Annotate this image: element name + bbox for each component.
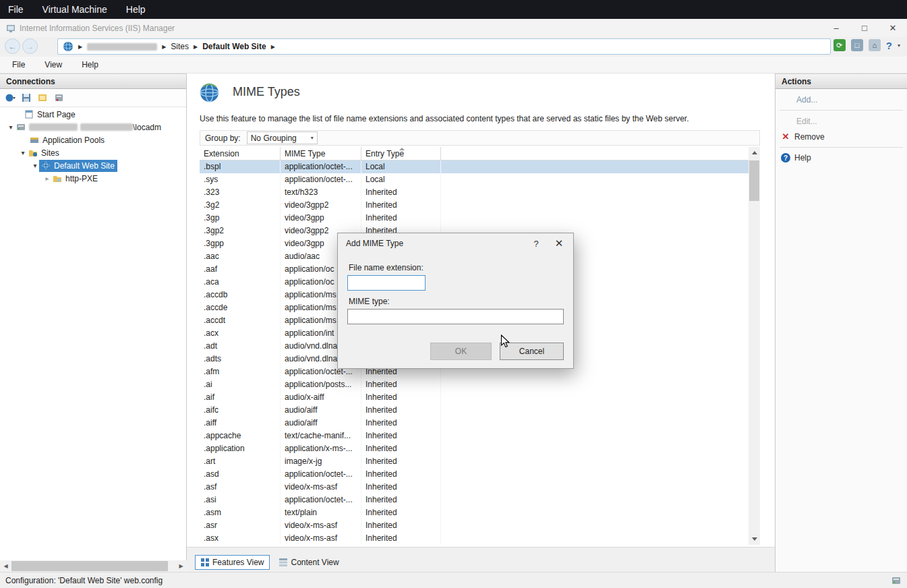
table-row[interactable]: .asdapplication/octet-...Inherited [200,468,749,481]
tab-content-view[interactable]: Content View [274,555,344,570]
column-header-mime-type[interactable]: MIME Type [281,147,361,160]
status-bar: Configuration: 'Default Web Site' web.co… [0,572,907,588]
horizontal-scrollbar[interactable]: ◀ ▶ [0,560,187,572]
table-cell-entry: Inherited [361,430,441,442]
window-title: Internet Information Services (IIS) Mana… [20,24,175,33]
table-cell-entry: Inherited [361,494,441,506]
column-header-extension[interactable]: Extension [200,147,281,160]
dialog-close-icon[interactable]: ✕ [549,233,569,254]
table-row[interactable]: .asmtext/plainInherited [200,506,749,519]
table-cell-ext: .accdb [200,289,281,301]
vm-menu-virtual-machine[interactable]: Virtual Machine [42,4,107,15]
table-row[interactable]: .aiffaudio/aiffInherited [200,417,749,430]
tree-item-sites[interactable]: ▾ Sites [0,146,186,159]
table-row[interactable]: .asxvideo/x-ms-asfInherited [200,532,749,545]
table-cell-ext: .aac [200,250,281,263]
export-icon[interactable] [38,93,48,102]
start-page-icon [24,110,34,119]
scroll-right-icon[interactable]: ▶ [175,560,187,572]
table-cell-mime: application/octet-... [281,173,361,186]
table-row[interactable]: .appcachetext/cache-manif...Inherited [200,430,749,442]
help-caret-icon[interactable]: ▾ [898,42,900,49]
table-row[interactable]: .applicationapplication/x-ms-...Inherite… [200,442,749,455]
vertical-scrollbar[interactable] [749,147,760,545]
table-cell-mime: application/x-ms-... [281,442,361,455]
table-cell-ext: .asx [200,532,281,545]
file-name-extension-label: File name extension: [349,263,423,272]
separator [780,110,903,111]
scroll-down-icon[interactable] [749,533,760,545]
dialog-title: Add MIME Type [346,239,403,248]
file-name-extension-input[interactable] [347,275,426,291]
menu-help[interactable]: Help [82,60,98,69]
tree-item-default-web-site[interactable]: ▾ Default Web Site [0,159,186,172]
table-row[interactable]: .bsplapplication/octet-...Local [200,160,749,173]
minimize-button[interactable]: – [822,19,850,37]
breadcrumb-sites[interactable]: Sites [171,42,189,51]
scrollbar-thumb[interactable] [749,160,759,201]
table-row[interactable]: .aiapplication/posts...Inherited [200,378,749,391]
table-row[interactable]: .3g2video/3gpp2Inherited [200,199,749,212]
back-button[interactable]: ← [5,38,20,54]
menu-view[interactable]: View [45,60,62,69]
scroll-up-icon[interactable] [749,147,760,158]
server-icon[interactable] [54,93,64,102]
chevron-down-icon[interactable]: ▾ [19,149,27,156]
table-row[interactable]: .323text/h323Inherited [200,186,749,199]
vm-menu-help[interactable]: Help [126,4,146,15]
vm-menu-file[interactable]: File [8,4,24,15]
group-by-value: No Grouping [251,134,297,143]
help-icon[interactable]: ? [886,40,892,51]
maximize-button[interactable]: □ [850,19,879,37]
chevron-down-icon[interactable]: ▾ [31,162,39,169]
group-by-select[interactable]: No Grouping ▾ [247,131,318,144]
redacted-server-name [87,43,157,51]
table-row[interactable]: .asiapplication/octet-...Inherited [200,494,749,506]
table-cell-ext: .aiff [200,417,281,430]
scroll-left-icon[interactable]: ◀ [0,560,11,572]
table-cell-ext: .aif [200,391,281,404]
chevron-down-icon[interactable]: ▾ [7,123,15,131]
table-row[interactable]: .aifaudio/x-aiffInherited [200,391,749,404]
save-icon[interactable] [22,93,32,102]
table-row[interactable]: .asfvideo/x-ms-asfInherited [200,481,749,494]
table-cell-ext: .3gp2 [200,225,281,237]
table-row[interactable]: .aifcaudio/aiffInherited [200,404,749,417]
forward-button[interactable]: → [22,38,38,54]
dialog-titlebar[interactable]: Add MIME Type ? ✕ [338,233,573,254]
table-row[interactable]: .3gpvideo/3gppInherited [200,212,749,225]
redacted-server-name [80,123,133,131]
help-icon: ? [781,153,790,163]
home-icon[interactable]: ⌂ [869,39,881,51]
table-row[interactable]: .artimage/x-jgInherited [200,455,749,468]
table-cell-entry: Inherited [361,212,441,225]
window-restore-icon[interactable]: □ [851,39,863,51]
selected-tree-item[interactable]: Default Web Site [39,160,117,172]
remove-action[interactable]: ✕ Remove [781,131,907,142]
column-header-entry-type[interactable]: Entry Type [361,147,441,160]
add-mime-type-dialog: Add MIME Type ? ✕ File name extension: M… [337,233,574,369]
tree-item-start-page[interactable]: Start Page [0,108,186,121]
group-by-bar: Group by: No Grouping ▾ [200,130,760,146]
dialog-help-icon[interactable]: ? [526,233,546,254]
create-connection-icon[interactable] [5,93,16,102]
add-action[interactable]: Add... [796,95,907,105]
help-action[interactable]: ? Help [781,153,907,163]
tree-item-application-pools[interactable]: Application Pools [0,134,186,146]
menu-file[interactable]: File [12,60,25,69]
chevron-right-icon[interactable]: ▸ [43,175,51,182]
table-row[interactable]: .sysapplication/octet-...Local [200,173,749,186]
scrollbar-thumb[interactable] [11,561,168,571]
mime-type-input[interactable] [347,309,564,324]
close-button[interactable]: ✕ [879,19,907,37]
breadcrumb[interactable]: ▶ ▶ Sites ▶ Default Web Site ▶ [57,38,831,55]
refresh-icon[interactable]: ⟳ [833,39,846,51]
table-cell-ext: .asm [200,506,281,519]
table-cell-mime: video/x-ms-asf [281,532,361,545]
table-row[interactable]: .asrvideo/x-ms-asfInherited [200,519,749,532]
tree-item-http-pxe[interactable]: ▸ http-PXE [0,172,186,185]
tab-features-view[interactable]: Features View [195,555,270,570]
breadcrumb-site[interactable]: Default Web Site [202,42,266,51]
tree-item-server[interactable]: ▾ \locadm [0,121,186,134]
table-cell-entry: Inherited [361,378,441,391]
